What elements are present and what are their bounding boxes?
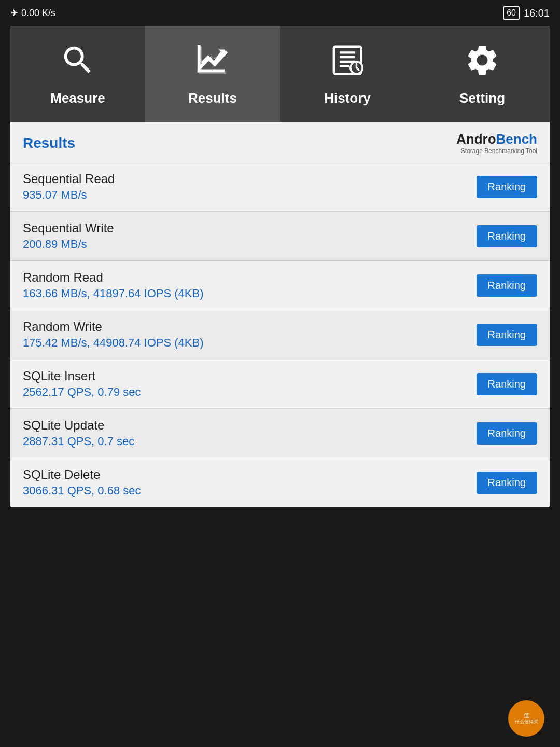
- result-value-2: 163.66 MB/s, 41897.64 IOPS (4KB): [23, 287, 204, 300]
- watermark: 值 什么值得买: [508, 700, 544, 737]
- ranking-button-4[interactable]: Ranking: [477, 373, 537, 395]
- result-info-1: Sequential Write200.89 MB/s: [23, 221, 114, 251]
- chart-icon: [194, 42, 231, 85]
- watermark-icon: 值: [524, 712, 529, 719]
- result-value-5: 2887.31 QPS, 0.7 sec: [23, 435, 134, 448]
- result-name-3: Random Write: [23, 320, 204, 334]
- status-left: ✈ 0.00 K/s: [10, 7, 55, 19]
- watermark-text: 什么值得买: [515, 719, 538, 725]
- result-value-6: 3066.31 QPS, 0.68 sec: [23, 484, 141, 497]
- result-name-4: SQLite Insert: [23, 369, 141, 383]
- result-info-3: Random Write175.42 MB/s, 44908.74 IOPS (…: [23, 320, 204, 350]
- result-value-1: 200.89 MB/s: [23, 238, 114, 251]
- result-info-0: Sequential Read935.07 MB/s: [23, 172, 115, 202]
- battery-indicator: 60: [503, 6, 520, 20]
- ranking-button-6[interactable]: Ranking: [477, 472, 537, 494]
- tab-bar: Measure Results: [10, 26, 550, 122]
- result-name-5: SQLite Update: [23, 418, 134, 433]
- status-right: 60 16:01: [503, 6, 550, 20]
- result-name-6: SQLite Delete: [23, 467, 141, 482]
- result-info-4: SQLite Insert2562.17 QPS, 0.79 sec: [23, 369, 141, 399]
- content-area: Results AndroBench Storage Benchmarking …: [10, 122, 550, 507]
- result-info-2: Random Read163.66 MB/s, 41897.64 IOPS (4…: [23, 270, 204, 300]
- result-value-0: 935.07 MB/s: [23, 188, 115, 202]
- result-row-4: SQLite Insert2562.17 QPS, 0.79 secRankin…: [10, 359, 550, 409]
- result-value-4: 2562.17 QPS, 0.79 sec: [23, 385, 141, 399]
- tab-setting-label: Setting: [459, 90, 505, 106]
- tab-setting[interactable]: Setting: [415, 26, 550, 122]
- results-header: Results AndroBench Storage Benchmarking …: [10, 122, 550, 162]
- search-icon: [60, 42, 96, 85]
- airplane-icon: ✈: [10, 7, 18, 19]
- settings-icon: [464, 42, 500, 85]
- result-row-6: SQLite Delete3066.31 QPS, 0.68 secRankin…: [10, 458, 550, 507]
- app-container: Measure Results: [10, 26, 550, 507]
- ranking-button-5[interactable]: Ranking: [477, 422, 537, 445]
- result-name-1: Sequential Write: [23, 221, 114, 236]
- result-row-2: Random Read163.66 MB/s, 41897.64 IOPS (4…: [10, 261, 550, 310]
- result-name-2: Random Read: [23, 270, 204, 285]
- result-row-5: SQLite Update2887.31 QPS, 0.7 secRanking: [10, 409, 550, 458]
- status-bar: ✈ 0.00 K/s 60 16:01: [0, 0, 560, 26]
- network-speed: 0.00 K/s: [21, 8, 55, 19]
- result-row-3: Random Write175.42 MB/s, 44908.74 IOPS (…: [10, 310, 550, 359]
- result-info-6: SQLite Delete3066.31 QPS, 0.68 sec: [23, 467, 141, 497]
- ranking-button-3[interactable]: Ranking: [477, 324, 537, 346]
- tab-history-label: History: [324, 90, 371, 106]
- result-value-3: 175.42 MB/s, 44908.74 IOPS (4KB): [23, 336, 204, 350]
- tab-results[interactable]: Results: [145, 26, 280, 122]
- brand: AndroBench Storage Benchmarking Tool: [456, 131, 537, 155]
- ranking-button-1[interactable]: Ranking: [477, 225, 537, 247]
- svg-rect-0: [198, 45, 201, 72]
- tab-measure[interactable]: Measure: [10, 26, 145, 122]
- tab-measure-label: Measure: [50, 90, 105, 106]
- tab-history[interactable]: History: [280, 26, 415, 122]
- results-list: Sequential Read935.07 MB/sRankingSequent…: [10, 162, 550, 507]
- ranking-button-0[interactable]: Ranking: [477, 176, 537, 198]
- svg-rect-1: [198, 69, 225, 72]
- result-row-0: Sequential Read935.07 MB/sRanking: [10, 162, 550, 212]
- tab-results-label: Results: [188, 90, 237, 106]
- brand-subtitle: Storage Benchmarking Tool: [456, 147, 537, 155]
- results-title: Results: [23, 135, 75, 151]
- result-name-0: Sequential Read: [23, 172, 115, 186]
- clock: 16:01: [524, 7, 550, 19]
- result-info-5: SQLite Update2887.31 QPS, 0.7 sec: [23, 418, 134, 448]
- history-icon: [329, 42, 366, 85]
- result-row-1: Sequential Write200.89 MB/sRanking: [10, 212, 550, 261]
- ranking-button-2[interactable]: Ranking: [477, 274, 537, 297]
- brand-andro: AndroBench: [456, 136, 537, 145]
